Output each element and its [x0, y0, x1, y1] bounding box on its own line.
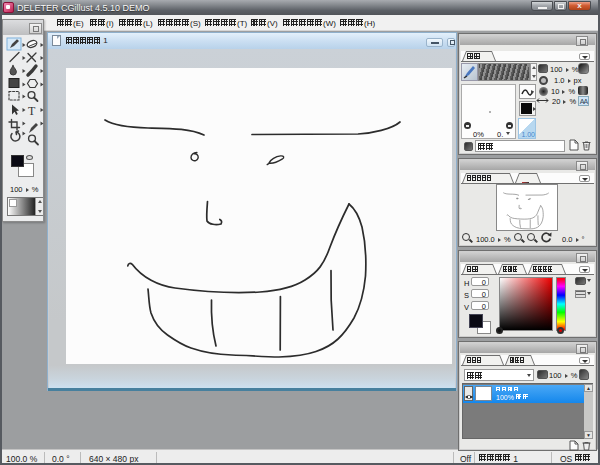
svg-text:T: T [28, 104, 36, 118]
